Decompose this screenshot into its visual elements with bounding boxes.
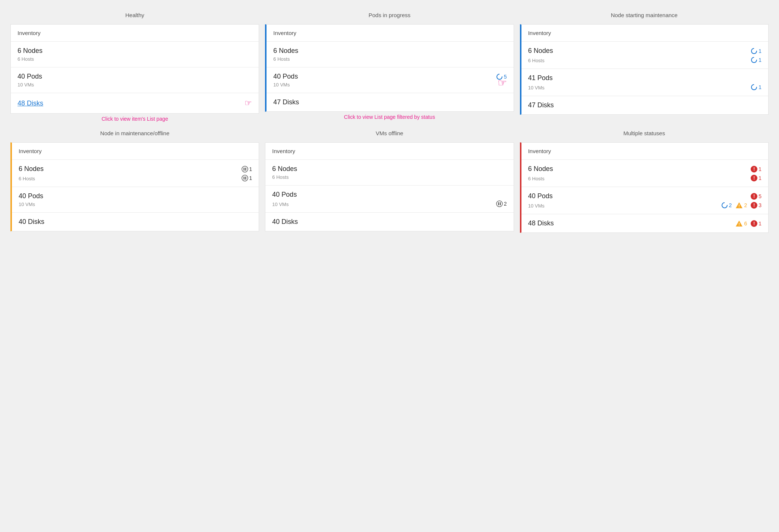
svg-rect-8 (243, 177, 245, 180)
error-hosts-multiple[interactable]: ! 1 (751, 175, 761, 181)
pause-count-vms-off: 2 (504, 201, 507, 207)
disks-count-vms-off: 40 Disks (272, 218, 298, 226)
error-pods-multiple[interactable]: ! 5 (751, 193, 761, 200)
svg-text:!: ! (739, 222, 740, 227)
cursor-icon-healthy: ☞ (245, 98, 252, 108)
pause-vms-off[interactable]: 2 (496, 200, 507, 207)
disks-section-healthy[interactable]: 48 Disks ☞ (11, 93, 259, 113)
cursor-icon-pods: ☞ (498, 77, 507, 89)
card-maintenance-start: Inventory 6 Nodes 1 6 Hosts (520, 24, 769, 115)
column-title-maintenance-start: Node starting maintenance (611, 7, 678, 24)
vms-sub-node-off: 10 VMs (19, 202, 252, 207)
error-disks-multiple[interactable]: ! 1 (751, 220, 761, 227)
pods-count-multiple: 40 Pods (528, 192, 553, 200)
warning-count-vms-multiple: 2 (744, 202, 747, 208)
column-title-healthy: Healthy (125, 7, 144, 24)
pods-section-vms-off: 40 Pods 10 VMs 2 (265, 186, 513, 213)
nodes-count-node-off: 6 Nodes (19, 165, 44, 173)
tooltip-pods: Click to view List page filtered by stat… (344, 112, 435, 124)
hosts-status-maint: 1 (751, 57, 761, 63)
error-count-pods-multiple: 5 (758, 193, 761, 199)
column-title-pods: Pods in progress (369, 7, 411, 24)
disks-section-maint: 47 Disks (521, 96, 768, 114)
error-nodes-multiple[interactable]: ! 1 (751, 166, 761, 172)
spinner-hosts-maint[interactable]: 1 (751, 57, 761, 63)
inventory-section-maint: Inventory (521, 25, 768, 42)
card-node-offline: Inventory 6 Nodes 1 (10, 142, 259, 231)
pods-count-node-off: 40 Pods (19, 192, 43, 200)
column-healthy: Healthy Inventory 6 Nodes 6 Hosts 40 Pod… (7, 7, 262, 126)
pods-section-pods: 40 Pods 5 10 VMs ☞ (266, 67, 513, 93)
card-pods-in-progress: Inventory 6 Nodes 6 Hosts 40 Pods (265, 24, 514, 112)
pods-section-multiple: 40 Pods ! 5 10 VMs (521, 187, 768, 214)
pods-count-pods: 40 Pods (273, 73, 298, 80)
disks-section-pods: 47 Disks (266, 93, 513, 111)
hosts-status-multiple: ! 1 (751, 175, 761, 181)
warning-icon-disks-multiple: ! (735, 220, 743, 227)
pods-count-vms-off: 40 Pods (272, 191, 297, 199)
vms-status-vms-off: 2 (496, 200, 507, 207)
nodes-section-multiple: 6 Nodes ! 1 6 Hosts ! 1 (521, 160, 768, 187)
inventory-section-pods: Inventory (266, 25, 513, 42)
nodes-section-maint: 6 Nodes 1 6 Hosts (521, 42, 768, 69)
pods-status-multiple: ! 5 (751, 193, 761, 200)
pause-count-nodes-off: 1 (249, 166, 252, 172)
pause-nodes-off[interactable]: 1 (242, 166, 252, 172)
disks-count-pods: 47 Disks (273, 98, 299, 106)
spinner-count-hosts-maint: 1 (758, 57, 761, 63)
warning-vms-multiple[interactable]: ! 2 (735, 202, 747, 209)
svg-rect-12 (500, 202, 501, 205)
pause-icon-nodes-off (242, 166, 248, 172)
vms-sub-maint: 10 VMs (528, 85, 545, 91)
disks-count-healthy[interactable]: 48 Disks (18, 99, 43, 107)
column-pods-in-progress: Pods in progress Inventory 6 Nodes 6 Hos… (262, 7, 517, 126)
error-count-disks-multiple: 1 (758, 221, 761, 227)
card-healthy: Inventory 6 Nodes 6 Hosts 40 Pods 10 VMs… (10, 24, 259, 114)
inventory-section-multiple: Inventory (521, 143, 768, 160)
svg-point-7 (242, 175, 248, 181)
error-icon-disks-multiple: ! (751, 220, 757, 227)
nodes-status-node-off: 1 (242, 166, 252, 172)
spinner-count-vms-multiple: 2 (729, 202, 732, 208)
vms-sub-pods: 10 VMs (273, 82, 507, 88)
error-vms-multiple[interactable]: ! 3 (751, 202, 761, 209)
inventory-section-healthy: Inventory (11, 25, 259, 42)
vms-sub-healthy: 10 VMs (18, 82, 252, 88)
error-count-hosts-multiple: 1 (758, 175, 761, 181)
disks-section-multiple: 48 Disks ! 6 ! 1 (521, 214, 768, 232)
warning-disks-multiple[interactable]: ! 6 (735, 220, 747, 227)
error-count-vms-multiple: 3 (758, 202, 761, 208)
spinner-icon-vms-multiple (721, 202, 728, 209)
nodes-count-healthy: 6 Nodes (18, 47, 42, 55)
tooltip-text-pods: Click to view List page filtered by stat… (344, 114, 435, 120)
pause-hosts-off[interactable]: 1 (242, 175, 252, 181)
error-icon-pods-multiple: ! (751, 193, 757, 200)
column-maintenance-start: Node starting maintenance Inventory 6 No… (517, 7, 772, 126)
pods-section-node-off: 40 Pods 10 VMs (12, 187, 259, 213)
nodes-section-node-off: 6 Nodes 1 6 Hosts (12, 160, 259, 187)
spinner-vms-multiple[interactable]: 2 (721, 202, 732, 209)
pods-count-maint: 41 Pods (528, 74, 553, 82)
spinner-vms-maint[interactable]: 1 (751, 84, 761, 91)
disks-count-maint: 47 Disks (528, 101, 554, 109)
column-multiple-statuses: Multiple statuses Inventory 6 Nodes ! 1 … (517, 126, 772, 233)
pause-icon-vms-off (496, 200, 503, 207)
hosts-status-node-off: 1 (242, 175, 252, 181)
pods-count-healthy: 40 Pods (18, 73, 42, 80)
disks-section-node-off: 40 Disks (12, 213, 259, 231)
pods-section-maint: 41 Pods 10 VMs 1 (521, 69, 768, 96)
spinner-count-nodes-maint: 1 (758, 48, 761, 54)
svg-rect-9 (245, 177, 246, 180)
inventory-label-vms-off: Inventory (272, 148, 295, 154)
nodes-section-healthy: 6 Nodes 6 Hosts (11, 42, 259, 67)
warning-icon-vms-multiple: ! (735, 202, 743, 209)
disks-status-multiple: ! 6 ! 1 (735, 220, 761, 227)
error-icon-vms-multiple: ! (751, 202, 757, 209)
svg-rect-5 (243, 168, 245, 171)
inventory-section-vms-off: Inventory (265, 143, 513, 160)
hosts-sub-healthy: 6 Hosts (18, 56, 252, 62)
error-icon-nodes-multiple: ! (751, 166, 757, 172)
inventory-label-healthy: Inventory (18, 30, 41, 36)
pods-section-healthy: 40 Pods 10 VMs (11, 67, 259, 93)
spinner-nodes-maint[interactable]: 1 (751, 48, 761, 54)
